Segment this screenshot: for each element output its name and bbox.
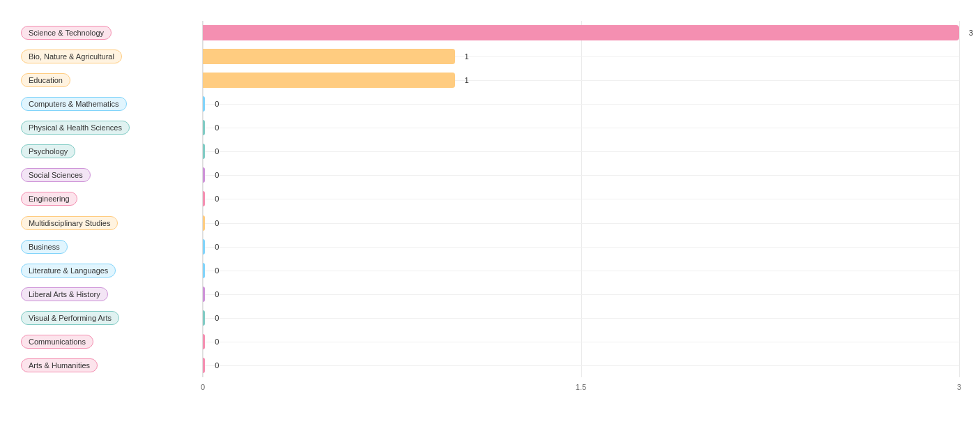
- bar-row: 0: [203, 116, 959, 139]
- bar: 0: [203, 144, 205, 159]
- bar: 0: [203, 239, 205, 255]
- x-axis-labels: 01.53: [203, 383, 959, 397]
- y-label: Arts & Humanities: [21, 354, 202, 377]
- bar-value: 1: [465, 52, 469, 61]
- y-label: Multidisciplinary Studies: [21, 212, 202, 234]
- bar-row: 0: [203, 93, 959, 115]
- bar-row: 1: [203, 45, 959, 68]
- bar-value: 3: [969, 29, 973, 37]
- bar-row: 0: [203, 212, 959, 234]
- bar-value: 1: [465, 76, 469, 84]
- bar-value: 0: [215, 337, 219, 346]
- x-tick-label: 3: [957, 383, 961, 391]
- bar-value: 0: [215, 100, 219, 108]
- bar-row: 0: [203, 354, 959, 377]
- y-label: Physical & Health Sciences: [21, 116, 202, 139]
- bar-row: 0: [203, 307, 959, 329]
- bar: 0: [203, 263, 205, 278]
- bar-row: 3: [203, 22, 959, 44]
- bar-value: 0: [215, 171, 219, 179]
- bar-value: 0: [215, 243, 219, 251]
- y-label: Business: [21, 236, 202, 258]
- bar-value: 0: [215, 219, 219, 227]
- bar-value: 0: [215, 147, 219, 155]
- chart-area: Science & TechnologyBio, Nature & Agricu…: [21, 21, 959, 377]
- bar: 3: [203, 25, 959, 40]
- grid-line: [959, 21, 960, 377]
- y-label: Science & Technology: [21, 22, 202, 44]
- bar-row: 0: [203, 188, 959, 210]
- x-tick-label: 1.5: [576, 383, 586, 391]
- bar: 0: [203, 310, 205, 326]
- bar: 0: [203, 167, 205, 183]
- bar: 0: [203, 215, 205, 231]
- bar-row: 0: [203, 259, 959, 282]
- bar-value: 0: [215, 266, 219, 275]
- bar-value: 0: [215, 290, 219, 298]
- bar-value: 0: [215, 314, 219, 322]
- bar: 0: [203, 191, 205, 206]
- bar-row: 0: [203, 140, 959, 162]
- bars-area: 31100000000000001.53: [202, 21, 959, 377]
- bar-value: 0: [215, 361, 219, 370]
- y-label: Liberal Arts & History: [21, 283, 202, 305]
- bar: 0: [203, 287, 205, 302]
- chart-container: Science & TechnologyBio, Nature & Agricu…: [0, 0, 980, 440]
- bar-row: 0: [203, 331, 959, 353]
- y-label: Computers & Mathematics: [21, 93, 202, 115]
- y-label: Engineering: [21, 188, 202, 210]
- x-tick-label: 0: [201, 383, 205, 391]
- y-label: Education: [21, 69, 202, 91]
- y-label: Communications: [21, 331, 202, 353]
- bar-row: 0: [203, 283, 959, 305]
- y-label: Social Sciences: [21, 164, 202, 186]
- bar-row: 0: [203, 236, 959, 258]
- y-labels: Science & TechnologyBio, Nature & Agricu…: [21, 21, 202, 377]
- bar-value: 0: [215, 195, 219, 203]
- y-label: Bio, Nature & Agricultural: [21, 45, 202, 68]
- bar: 1: [203, 49, 455, 64]
- bar: 0: [203, 334, 205, 349]
- bar-value: 0: [215, 123, 219, 132]
- y-label: Literature & Languages: [21, 259, 202, 282]
- bar-row: 1: [203, 69, 959, 91]
- bar: 0: [203, 120, 205, 135]
- bar: 0: [203, 96, 205, 112]
- y-label: Psychology: [21, 140, 202, 162]
- bar: 1: [203, 73, 455, 88]
- y-label: Visual & Performing Arts: [21, 307, 202, 329]
- bar-row: 0: [203, 164, 959, 186]
- bar: 0: [203, 358, 205, 373]
